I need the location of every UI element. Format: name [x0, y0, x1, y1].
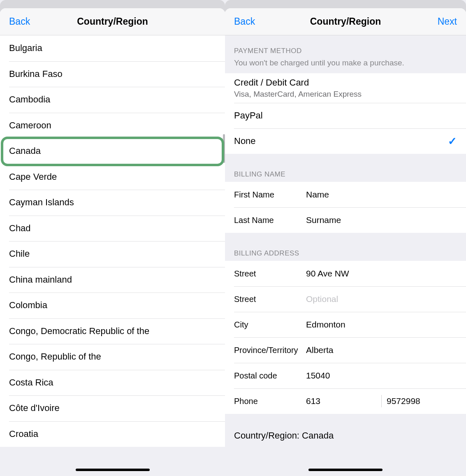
last-name-row[interactable]: Last Name Surname	[225, 207, 466, 233]
first-name-row[interactable]: First Name Name	[225, 182, 466, 207]
phone-row[interactable]: Phone 613 9572998	[225, 388, 466, 414]
country-row[interactable]: China mainland	[0, 267, 225, 293]
billing-address-header: BILLING ADDRESS	[225, 233, 466, 261]
navbar: Back Country/Region Next	[225, 8, 466, 35]
sheet: Back Country/Region BulgariaBurkina Faso…	[0, 8, 225, 476]
billing-name-header: BILLING NAME	[225, 154, 466, 182]
street-row[interactable]: Street 90 Ave NW	[225, 261, 466, 286]
first-name-field[interactable]: Name	[306, 190, 457, 200]
divider	[381, 395, 382, 407]
payment-option-label: PayPal	[234, 110, 263, 121]
billing-form-screen: Back Country/Region Next PAYMENT METHOD …	[225, 0, 466, 476]
province-row[interactable]: Province/Territory Alberta	[225, 337, 466, 363]
postal-label: Postal code	[234, 371, 306, 381]
navbar: Back Country/Region	[0, 8, 225, 35]
country-row[interactable]: Congo, Democratic Republic of the	[0, 318, 225, 344]
payment-option[interactable]: None✓	[225, 128, 466, 154]
city-row[interactable]: City Edmonton	[225, 312, 466, 337]
payment-method-header: PAYMENT METHOD	[225, 35, 466, 58]
street-field[interactable]: 90 Ave NW	[306, 269, 457, 279]
country-row[interactable]: Cambodia	[0, 87, 225, 113]
country-row[interactable]: Congo, Republic of the	[0, 344, 225, 370]
country-row[interactable]: Croatia	[0, 421, 225, 447]
billing-address-group: Street 90 Ave NW Street Optional City Ed…	[225, 261, 466, 414]
payment-option-sub: Visa, MasterCard, American Express	[234, 90, 362, 99]
postal-row[interactable]: Postal code 15040	[225, 363, 466, 388]
form-scroll[interactable]: PAYMENT METHOD You won't be charged unti…	[225, 35, 466, 476]
payment-option-label: None	[234, 136, 256, 146]
last-name-label: Last Name	[234, 216, 306, 225]
country-row[interactable]: Colombia	[0, 293, 225, 318]
country-row[interactable]: Cape Verde	[0, 164, 225, 190]
country-region-summary: Country/Region: Canada	[225, 422, 466, 444]
phone-label: Phone	[234, 397, 306, 406]
country-row[interactable]: Chile	[0, 241, 225, 267]
street2-row[interactable]: Street Optional	[225, 286, 466, 312]
city-field[interactable]: Edmonton	[306, 320, 457, 330]
phone-country-code-field[interactable]: 613	[306, 396, 376, 406]
country-row[interactable]: Chad	[0, 216, 225, 241]
city-label: City	[234, 320, 306, 330]
next-button[interactable]: Next	[438, 16, 457, 27]
street2-label: Street	[234, 295, 306, 304]
billing-name-group: First Name Name Last Name Surname	[225, 182, 466, 233]
phone-number-field[interactable]: 9572998	[387, 396, 457, 406]
payment-option[interactable]: Credit / Debit CardVisa, MasterCard, Ame…	[225, 73, 466, 103]
payment-method-group: Credit / Debit CardVisa, MasterCard, Ame…	[225, 73, 466, 154]
street2-field[interactable]: Optional	[306, 294, 457, 304]
country-row[interactable]: Cameroon	[0, 113, 225, 139]
country-row[interactable]: Côte d'Ivoire	[0, 395, 225, 421]
country-row[interactable]: Cayman Islands	[0, 190, 225, 216]
country-list[interactable]: BulgariaBurkina FasoCambodiaCameroonCana…	[0, 35, 225, 476]
first-name-label: First Name	[234, 190, 306, 200]
postal-field[interactable]: 15040	[306, 371, 457, 381]
province-field[interactable]: Alberta	[306, 345, 457, 355]
last-name-field[interactable]: Surname	[306, 215, 457, 225]
country-row[interactable]: Canada	[0, 138, 225, 164]
country-row[interactable]: Costa Rica	[0, 370, 225, 396]
country-list-screen: Back Country/Region BulgariaBurkina Faso…	[0, 0, 225, 476]
payment-method-subtext: You won't be charged until you make a pu…	[225, 58, 466, 73]
street-label: Street	[234, 269, 306, 279]
country-row[interactable]: Burkina Faso	[0, 61, 225, 87]
country-row[interactable]: Bulgaria	[0, 35, 225, 61]
checkmark-icon: ✓	[448, 135, 457, 148]
back-button[interactable]: Back	[9, 16, 30, 27]
province-label: Province/Territory	[234, 346, 306, 355]
home-indicator[interactable]	[308, 469, 383, 471]
payment-option[interactable]: PayPal	[225, 103, 466, 128]
back-button[interactable]: Back	[234, 16, 255, 27]
home-indicator[interactable]	[76, 469, 150, 471]
payment-option-label: Credit / Debit Card	[234, 77, 309, 88]
sheet: Back Country/Region Next PAYMENT METHOD …	[225, 8, 466, 476]
